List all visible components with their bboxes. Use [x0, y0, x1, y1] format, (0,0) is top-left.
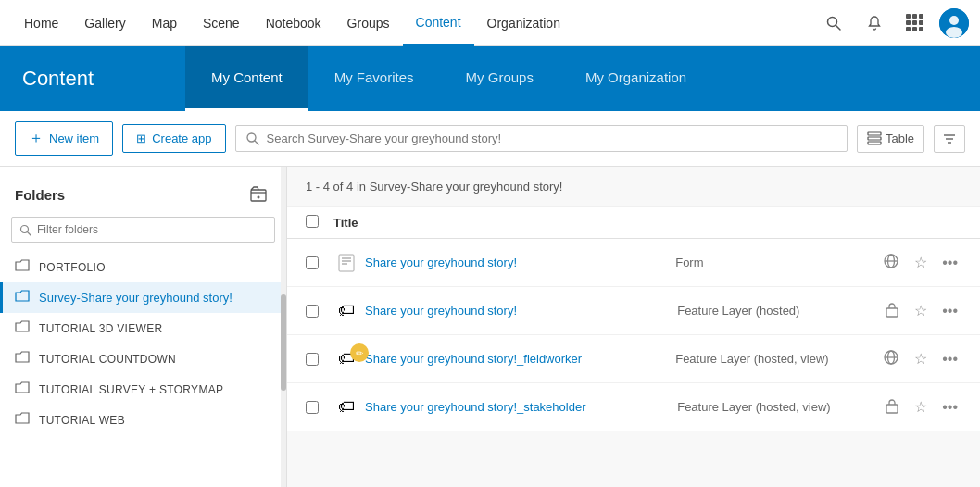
row-type-1: Form	[675, 256, 879, 269]
table-row: 🏷 Share your greyhound story!_stakeholde…	[287, 383, 980, 431]
new-item-button[interactable]: ＋ New item	[15, 121, 113, 156]
feature-layer-icon: 🏷	[333, 301, 359, 320]
folder-item-tutorial-countdown[interactable]: TUTORIAL COUNTDOWN	[0, 343, 286, 374]
table-row: 🏷 ✏ Share your greyhound story!_fieldwor…	[287, 335, 980, 383]
row-actions-3: ☆ •••	[879, 345, 961, 373]
folders-title: Folders	[15, 187, 65, 203]
folder-item-tutorial-web[interactable]: TUTORIAL WEB	[0, 405, 286, 435]
tab-my-content[interactable]: My Content	[185, 46, 308, 111]
folder-label: TUTORIAL WEB	[39, 414, 125, 427]
folder-item-tutorial-3d[interactable]: TUTORIAL 3D VIEWER	[0, 313, 286, 343]
search-bar	[235, 125, 848, 152]
nav-item-content[interactable]: Content	[403, 0, 474, 46]
table-icon	[867, 131, 882, 146]
folder-item-portfolio[interactable]: PORTFOLIO	[0, 252, 286, 282]
svg-rect-8	[868, 137, 881, 140]
content-area: 1 - 4 of 4 in Survey-Share your greyhoun…	[287, 167, 980, 487]
filter-search-icon	[19, 224, 31, 236]
folder-icon-active	[15, 290, 31, 306]
scrollbar-thumb[interactable]	[281, 294, 286, 391]
row-type-3: Feature Layer (hosted, view)	[675, 352, 879, 366]
nav-item-scene[interactable]: Scene	[190, 0, 253, 46]
folder-icon	[15, 381, 31, 397]
row-actions-4: ☆ •••	[881, 393, 961, 421]
tab-my-organization[interactable]: My Organization	[559, 46, 712, 111]
nav-item-organization[interactable]: Organization	[474, 0, 573, 46]
tab-my-favorites[interactable]: My Favorites	[308, 46, 440, 111]
row-title-link-3[interactable]: Share your greyhound story!_fieldworker	[365, 352, 670, 366]
lock-icon-4[interactable]	[881, 393, 903, 421]
row-type-4: Feature Layer (hosted, view)	[677, 400, 881, 414]
row-title-area-4: Share your greyhound story!_stakeholder	[359, 400, 677, 414]
row-title-link-2[interactable]: Share your greyhound story!	[365, 304, 672, 318]
row-actions-2: ☆ •••	[881, 297, 961, 325]
svg-rect-7	[868, 132, 881, 135]
star-icon-2[interactable]: ☆	[911, 298, 931, 323]
folder-icon	[15, 259, 31, 275]
toolbar: ＋ New item ⊞ Create app Table	[0, 111, 980, 167]
search-icon	[245, 131, 259, 145]
title-column-header: Title	[333, 216, 961, 230]
table-view-button[interactable]: Table	[857, 125, 924, 153]
svg-rect-13	[251, 190, 266, 201]
search-input[interactable]	[267, 131, 837, 145]
user-avatar[interactable]	[939, 8, 969, 38]
star-icon-1[interactable]: ☆	[911, 250, 931, 275]
content-title: Content	[0, 46, 185, 111]
main-layout: Folders	[0, 167, 980, 487]
globe-icon-3[interactable]	[879, 345, 903, 373]
nav-item-groups[interactable]: Groups	[334, 0, 403, 46]
nav-item-notebook[interactable]: Notebook	[253, 0, 334, 46]
folder-item-tutorial-survey[interactable]: TUTORIAL SURVEY + STORYMAP	[0, 374, 286, 405]
folder-filter-input[interactable]	[37, 223, 267, 236]
more-icon-3[interactable]: •••	[938, 347, 961, 371]
more-icon-2[interactable]: •••	[938, 299, 961, 323]
edit-badge: ✏	[350, 343, 369, 362]
row-checkbox-4[interactable]	[306, 401, 319, 414]
select-all-checkbox[interactable]	[306, 215, 319, 228]
create-app-button[interactable]: ⊞ Create app	[122, 124, 225, 153]
grid-icon: ⊞	[136, 131, 146, 145]
svg-rect-29	[886, 405, 898, 413]
tab-my-groups[interactable]: My Groups	[440, 46, 559, 111]
feature-layer-icon-sk: 🏷	[333, 397, 359, 417]
add-folder-button[interactable]	[245, 181, 271, 207]
filter-icon	[942, 131, 957, 146]
row-checkbox-2[interactable]	[306, 305, 319, 318]
row-title-area-1: Share your greyhound story!	[359, 256, 675, 269]
more-icon-4[interactable]: •••	[938, 395, 961, 419]
folder-label: TUTORIAL 3D VIEWER	[39, 322, 162, 335]
table-row: Share your greyhound story! Form ☆ •••	[287, 239, 980, 287]
notifications-icon[interactable]	[858, 6, 891, 40]
row-title-area-2: Share your greyhound story!	[359, 304, 677, 318]
search-icon[interactable]	[817, 6, 850, 40]
form-icon	[333, 254, 359, 272]
folder-item-survey-share[interactable]: Survey-Share your greyhound story!	[0, 282, 286, 313]
create-app-label: Create app	[152, 131, 211, 145]
content-tabs: My Content My Favorites My Groups My Org…	[185, 46, 980, 111]
star-icon-4[interactable]: ☆	[911, 394, 931, 419]
sidebar-header: Folders	[0, 167, 286, 217]
new-item-label: New item	[49, 131, 99, 145]
globe-icon-1[interactable]	[879, 249, 903, 277]
star-icon-3[interactable]: ☆	[911, 346, 931, 371]
row-checkbox-1[interactable]	[306, 256, 319, 269]
filter-button[interactable]	[934, 125, 965, 153]
top-navigation: Home Gallery Map Scene Notebook Groups C…	[0, 0, 980, 46]
folder-label-active: Survey-Share your greyhound story!	[39, 291, 232, 305]
folder-label: TUTORIAL COUNTDOWN	[39, 353, 176, 366]
row-type-2: Feature Layer (hosted)	[677, 304, 881, 318]
more-icon-1[interactable]: •••	[938, 251, 961, 275]
row-title-link-1[interactable]: Share your greyhound story!	[365, 256, 670, 269]
apps-icon[interactable]	[898, 6, 932, 40]
folder-icon	[15, 412, 31, 428]
nav-item-home[interactable]: Home	[11, 0, 71, 46]
row-title-link-4[interactable]: Share your greyhound story!_stakeholder	[365, 400, 672, 414]
svg-line-1	[836, 25, 841, 30]
lock-icon-2[interactable]	[881, 297, 903, 325]
nav-item-gallery[interactable]: Gallery	[71, 0, 138, 46]
nav-item-map[interactable]: Map	[139, 0, 190, 46]
svg-rect-25	[886, 308, 898, 317]
row-checkbox-3[interactable]	[306, 353, 319, 366]
row-title-area-3: Share your greyhound story!_fieldworker	[359, 352, 675, 366]
